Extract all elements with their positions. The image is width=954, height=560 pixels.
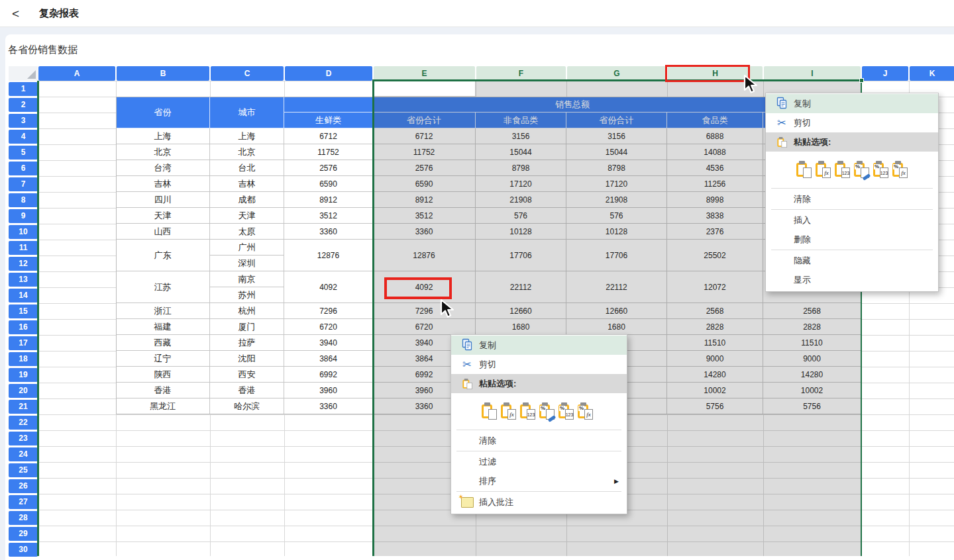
cell-B9[interactable]: 天津 — [116, 208, 210, 224]
row-header-16[interactable]: 16 — [9, 320, 38, 334]
menu-item-cut[interactable]: ✂剪切 — [766, 113, 938, 132]
column-header-D[interactable]: D — [285, 66, 372, 81]
column-header-C[interactable]: C — [211, 66, 284, 81]
paste-formula-format-icon[interactable]: fx% — [892, 161, 908, 178]
column-header-F[interactable]: F — [476, 66, 566, 81]
column-header-B[interactable]: B — [117, 66, 209, 81]
back-icon[interactable]: < — [12, 7, 19, 20]
paste-formula-icon[interactable]: fx — [816, 161, 831, 178]
row-header-1[interactable]: 1 — [9, 82, 38, 96]
row-header-3[interactable]: 3 — [9, 114, 38, 128]
row-header-6[interactable]: 6 — [9, 162, 38, 175]
paste-values-icon[interactable]: 123 — [520, 402, 535, 420]
cell-D5[interactable]: 11752 — [284, 144, 373, 160]
row-header-10[interactable]: 10 — [9, 225, 38, 239]
cell-B15[interactable]: 浙江 — [116, 303, 210, 319]
menu-item-filter[interactable]: 过滤 — [451, 452, 627, 471]
cell-C13[interactable]: 南京 — [210, 271, 284, 287]
cell-B4[interactable]: 上海 — [116, 128, 210, 144]
row-header-7[interactable]: 7 — [9, 177, 38, 191]
cell-D21[interactable]: 3360 — [284, 398, 373, 414]
row-header-11[interactable]: 11 — [9, 241, 38, 255]
cell-D7[interactable]: 6590 — [284, 176, 373, 192]
cell-D11[interactable]: 12876 — [284, 240, 373, 271]
row-header-12[interactable]: 12 — [9, 257, 38, 271]
row-header-4[interactable]: 4 — [9, 130, 38, 144]
cell-C9[interactable]: 天津 — [210, 208, 284, 224]
selection-handle[interactable] — [859, 78, 864, 83]
cell-B7[interactable]: 吉林 — [116, 176, 210, 192]
cell-C7[interactable]: 吉林 — [210, 176, 284, 192]
column-header-A[interactable]: A — [38, 66, 115, 81]
header-cell-city[interactable]: 城市 — [210, 97, 284, 128]
cell-C20[interactable]: 香港 — [210, 383, 284, 398]
cell-C21[interactable]: 哈尔滨 — [210, 398, 284, 414]
cell-C10[interactable]: 太原 — [210, 224, 284, 240]
menu-item-clear[interactable]: 清除 — [766, 189, 938, 209]
menu-item-delete[interactable]: 删除 — [766, 230, 938, 249]
row-header-26[interactable]: 26 — [9, 479, 38, 493]
cell-C15[interactable]: 杭州 — [210, 303, 284, 319]
header-cell-province[interactable]: 省份 — [116, 97, 210, 128]
cell-C5[interactable]: 北京 — [210, 144, 284, 160]
cell-B21[interactable]: 黑龙江 — [116, 398, 210, 414]
cell-C19[interactable]: 西安 — [210, 367, 284, 383]
paste-values-icon[interactable]: 123 — [835, 161, 850, 178]
paste-format-icon[interactable]: % — [539, 402, 555, 420]
paste-default-icon[interactable] — [796, 161, 812, 178]
menu-item-sort[interactable]: 排序▶ — [451, 471, 627, 490]
menu-item-clear[interactable]: 清除 — [451, 431, 627, 450]
cell-B6[interactable]: 台湾 — [116, 160, 210, 176]
row-header-13[interactable]: 13 — [9, 273, 38, 287]
column-header-G[interactable]: G — [567, 66, 666, 81]
active-cell-E1[interactable] — [374, 81, 476, 97]
row-header-2[interactable]: 2 — [9, 98, 38, 112]
row-header-24[interactable]: 24 — [9, 447, 38, 461]
cell-B5[interactable]: 北京 — [116, 144, 210, 160]
cell-D20[interactable]: 3960 — [284, 383, 373, 398]
row-header-29[interactable]: 29 — [9, 527, 38, 541]
cell-D8[interactable]: 8912 — [284, 192, 373, 208]
row-header-20[interactable]: 20 — [9, 384, 38, 398]
cell-C16[interactable]: 厦门 — [210, 319, 284, 335]
paste-values-format-icon[interactable]: 123% — [873, 161, 888, 178]
row-header-27[interactable]: 27 — [9, 495, 38, 509]
cell-D4[interactable]: 6712 — [284, 128, 373, 144]
cell-D13[interactable]: 4092 — [284, 271, 373, 303]
menu-item-insert[interactable]: 插入 — [766, 210, 938, 230]
menu-item-copy[interactable]: 复制 — [766, 94, 938, 113]
column-header-E[interactable]: E — [374, 66, 475, 81]
menu-item-paste-options[interactable]: 粘贴选项: — [451, 374, 627, 393]
row-header-22[interactable]: 22 — [9, 416, 38, 430]
cell-B17[interactable]: 西藏 — [116, 335, 210, 351]
cell-B11[interactable]: 广东 — [116, 240, 210, 271]
cell-D16[interactable]: 6720 — [284, 319, 373, 335]
menu-item-cut[interactable]: ✂剪切 — [451, 355, 627, 374]
cell-D15[interactable]: 7296 — [284, 303, 373, 319]
row-header-30[interactable]: 30 — [9, 543, 38, 557]
paste-default-icon[interactable] — [482, 402, 497, 420]
cell-B16[interactable]: 福建 — [116, 319, 210, 335]
select-all-corner[interactable] — [9, 66, 38, 81]
row-header-25[interactable]: 25 — [9, 463, 38, 477]
row-header-23[interactable]: 23 — [9, 432, 38, 445]
row-header-8[interactable]: 8 — [9, 193, 38, 207]
header-cell-category-D[interactable]: 生鲜类 — [284, 113, 373, 128]
menu-item-hide[interactable]: 隐藏 — [766, 251, 938, 270]
cell-B10[interactable]: 山西 — [116, 224, 210, 240]
cell-C6[interactable]: 台北 — [210, 160, 284, 176]
cell-D19[interactable]: 6992 — [284, 367, 373, 383]
cell-D6[interactable]: 2576 — [284, 160, 373, 176]
column-header-K[interactable]: K — [910, 66, 954, 81]
cell-B19[interactable]: 陕西 — [116, 367, 210, 383]
paste-values-format-icon[interactable]: 123% — [558, 402, 574, 420]
cell-D18[interactable]: 3864 — [284, 351, 373, 367]
cell-D17[interactable]: 3940 — [284, 335, 373, 351]
menu-item-show[interactable]: 显示 — [766, 270, 938, 289]
row-header-5[interactable]: 5 — [9, 146, 38, 160]
cell-B18[interactable]: 辽宁 — [116, 351, 210, 367]
cell-B13[interactable]: 江苏 — [116, 271, 210, 303]
cell-C12[interactable]: 深圳 — [210, 256, 284, 271]
row-header-19[interactable]: 19 — [9, 368, 38, 382]
cell-D10[interactable]: 3360 — [284, 224, 373, 240]
